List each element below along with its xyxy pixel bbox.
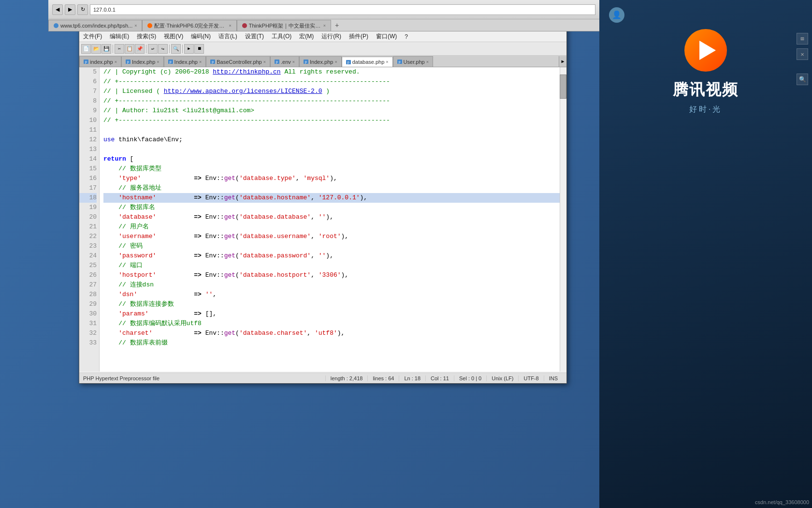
tab-close7[interactable]: × xyxy=(386,60,388,64)
tab-scroll-right[interactable]: ▶ xyxy=(559,56,566,67)
toolbar-save[interactable]: 💾 xyxy=(102,44,111,54)
file-tab-index2[interactable]: p Index.php × xyxy=(121,56,164,67)
file-tab-index3[interactable]: p Index.php × xyxy=(164,56,206,67)
code-line-10: // +------------------------------------… xyxy=(103,116,566,125)
code-area: 5 6 7 8 9 10 11 12 13 14 15 16 17 18 19 … xyxy=(79,67,566,372)
menu-run[interactable]: 运行(R) xyxy=(318,31,345,42)
toolbar-copy[interactable]: 📋 xyxy=(125,44,134,54)
browser-tab-2[interactable]: 配置·ThinkPHP6.0完全开发手... × xyxy=(142,20,236,31)
menu-plugin[interactable]: 插件(P) xyxy=(345,31,372,42)
menubar: 文件(F) 编辑(E) 搜索(S) 视图(V) 编码(N) 语言(L) 设置(T… xyxy=(79,31,566,42)
collapse-icon[interactable]: ✕ xyxy=(797,48,808,60)
line-num-27: 27 xyxy=(79,280,97,290)
tab2-label: 配置·ThinkPHP6.0完全开发手... xyxy=(154,22,227,30)
line-num-21: 21 xyxy=(79,222,97,232)
menu-macro[interactable]: 宏(M) xyxy=(295,31,318,42)
brand-text: 腾讯视频 xyxy=(673,81,739,98)
toolbar-cut[interactable]: ✂ xyxy=(115,44,124,54)
tab-close6[interactable]: × xyxy=(334,60,337,64)
line-num-13: 13 xyxy=(79,145,97,154)
code-line-28: 'dsn' => '', xyxy=(103,290,566,299)
line-num-24: 24 xyxy=(79,251,97,261)
menu-tools[interactable]: 工具(O) xyxy=(268,31,295,42)
toolbar-btn6[interactable]: ⏹ xyxy=(194,44,204,54)
tab-label5: .env xyxy=(281,59,291,65)
user-icon[interactable]: 👤 xyxy=(609,7,624,23)
status-encoding: UTF-8 xyxy=(519,375,544,381)
code-line-22: 'username' => Env::get('database.usernam… xyxy=(103,232,566,241)
file-tab-env[interactable]: p .env × xyxy=(270,56,299,67)
tab-label7: database.php xyxy=(352,59,385,65)
toolbar-undo[interactable]: ↩ xyxy=(148,44,158,54)
tab3-close[interactable]: × xyxy=(323,23,326,28)
line-num-20: 20 xyxy=(79,212,97,222)
line-num-29: 29 xyxy=(79,299,97,309)
tab-label4: BaseController.php xyxy=(217,59,262,65)
forward-button[interactable]: ▶ xyxy=(65,4,75,15)
search-icon[interactable]: 🔍 xyxy=(797,74,808,85)
browser-tab-1[interactable]: www.tp6.com/index.php/tpsh... × xyxy=(48,20,142,31)
menu-view[interactable]: 视图(V) xyxy=(160,31,187,42)
menu-window[interactable]: 窗口(W) xyxy=(372,31,401,42)
file-tab-database[interactable]: p database.php × xyxy=(342,57,393,67)
address-input[interactable]: 127.0.0.1 xyxy=(90,4,595,15)
code-line-23: // 密码 xyxy=(103,241,566,251)
scrollbar-track[interactable] xyxy=(560,67,566,372)
tab-close8[interactable]: × xyxy=(426,60,429,64)
browser-tab-3[interactable]: ThinkPHP框架｜中文最佳实践P... × xyxy=(237,20,331,31)
tab-close5[interactable]: × xyxy=(292,60,295,64)
file-tab-index6[interactable]: p Index.php × xyxy=(299,56,342,67)
slogan-text: 好时·光 xyxy=(689,105,722,113)
new-tab-button[interactable]: + xyxy=(331,20,343,31)
tab-close1[interactable]: × xyxy=(115,60,117,64)
file-tab-index1[interactable]: p index.php × xyxy=(79,56,121,67)
code-line-33: // 数据库表前缀 xyxy=(103,338,566,348)
scrollbar-thumb[interactable] xyxy=(560,75,566,99)
menu-encode[interactable]: 编码(N) xyxy=(187,31,215,42)
code-line-18: 'hostname' => Env::get('database.hostnam… xyxy=(103,193,566,203)
menu-settings[interactable]: 设置(T) xyxy=(241,31,268,42)
status-lines: lines : 64 xyxy=(368,375,399,381)
toolbar-new[interactable]: 📄 xyxy=(81,44,91,54)
file-tab-user[interactable]: p User.php × xyxy=(393,56,433,67)
menu-edit[interactable]: 编辑(E) xyxy=(106,31,133,42)
code-line-8: // +------------------------------------… xyxy=(103,96,566,106)
menu-search[interactable]: 搜索(S) xyxy=(133,31,160,42)
menu-lang[interactable]: 语言(L) xyxy=(215,31,241,42)
tab-icon1: p xyxy=(84,60,88,64)
line-num-26: 26 xyxy=(79,270,97,280)
code-line-13 xyxy=(103,145,566,154)
expand-icon[interactable]: ⊞ xyxy=(797,33,808,45)
toolbar-find[interactable]: 🔍 xyxy=(171,44,181,54)
toolbar-sep1 xyxy=(113,45,113,53)
toolbar-open[interactable]: 📂 xyxy=(91,44,101,54)
notepad-window: D:\phpStudy\PHPTutorial\WWW\thinkphp6\tp… xyxy=(79,18,567,384)
tab-close3[interactable]: × xyxy=(199,60,202,64)
tab-close2[interactable]: × xyxy=(157,60,159,64)
line-num-8: 8 xyxy=(79,96,97,106)
code-content[interactable]: // | Copyright (c) 2006~2018 http://thin… xyxy=(100,67,566,372)
menu-help[interactable]: ? xyxy=(401,32,412,41)
line-num-31: 31 xyxy=(79,319,97,329)
toolbar-btn5[interactable]: ▶ xyxy=(184,44,194,54)
code-line-15: // 数据库类型 xyxy=(103,164,566,174)
line-num-18: 18 xyxy=(79,193,97,203)
line-num-33: 33 xyxy=(79,338,97,348)
tab2-close[interactable]: × xyxy=(229,23,231,28)
line-num-25: 25 xyxy=(79,261,97,270)
tab1-close[interactable]: × xyxy=(134,23,137,28)
tab-close4[interactable]: × xyxy=(263,60,266,64)
code-line-16: 'type' => Env::get('database.type', 'mys… xyxy=(103,174,566,183)
toolbar-paste[interactable]: 📌 xyxy=(135,44,145,54)
line-num-15: 15 xyxy=(79,164,97,174)
line-num-32: 32 xyxy=(79,329,97,338)
menu-file[interactable]: 文件(F) xyxy=(79,31,106,42)
back-button[interactable]: ◀ xyxy=(52,4,63,15)
browser-addressbar: ◀ ▶ ↻ 127.0.0.1 xyxy=(48,0,599,19)
tab-label8: User.php xyxy=(404,59,425,65)
file-tab-base[interactable]: p BaseController.php × xyxy=(206,56,270,67)
refresh-button[interactable]: ↻ xyxy=(77,4,88,15)
status-length: length : 2,418 xyxy=(326,375,368,381)
tab-icon4: p xyxy=(210,60,215,64)
toolbar-redo[interactable]: ↪ xyxy=(158,44,168,54)
